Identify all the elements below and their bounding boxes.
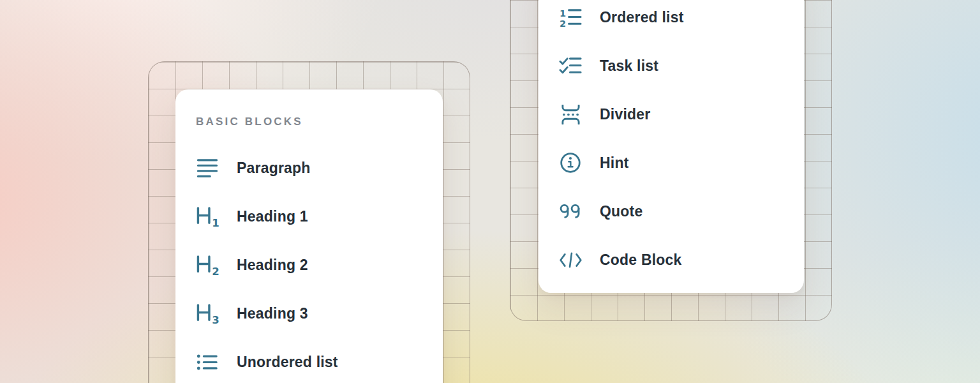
menu-item-label: Task list: [600, 57, 658, 75]
quote-icon: [558, 199, 583, 224]
menu-item-label: Heading 2: [237, 257, 308, 274]
menu-item-label: Heading 1: [237, 208, 308, 225]
menu-item-task-list[interactable]: Task list: [538, 41, 804, 90]
menu-item-label: Divider: [600, 106, 650, 123]
svg-text:3: 3: [212, 314, 219, 325]
menu-item-divider[interactable]: Divider: [538, 90, 804, 139]
divider-icon: [558, 101, 583, 127]
svg-text:2: 2: [560, 17, 566, 27]
menu-item-hint[interactable]: Hint: [538, 139, 804, 187]
menu-item-code-block[interactable]: Code Block: [538, 236, 804, 284]
menu-item-heading-3[interactable]: 3Heading 3: [175, 289, 443, 338]
heading-1-icon: 1: [195, 204, 220, 229]
svg-text:2: 2: [212, 266, 219, 276]
menu-item-label: Heading 3: [237, 305, 308, 322]
svg-text:1: 1: [560, 8, 566, 19]
svg-text:1: 1: [212, 217, 219, 228]
heading-3-icon: 3: [195, 301, 220, 326]
basic-blocks-menu: BASIC BLOCKS Paragraph1Heading 12Heading…: [175, 89, 443, 383]
heading-2-icon: 2: [195, 252, 220, 278]
menu-item-ordered-list[interactable]: 12Ordered list: [538, 0, 804, 41]
ordered-list-icon: 12: [558, 4, 583, 30]
menu-item-paragraph[interactable]: Paragraph: [175, 144, 443, 192]
menu-item-label: Code Block: [600, 252, 682, 269]
paragraph-icon: [195, 155, 220, 181]
blocks-item-list: 12Ordered listTask listDividerHintQuoteC…: [538, 0, 804, 284]
menu-item-label: Ordered list: [600, 9, 684, 26]
unordered-list-icon: [195, 349, 220, 375]
basic-blocks-item-list: Paragraph1Heading 12Heading 23Heading 3U…: [175, 144, 443, 383]
menu-item-heading-1[interactable]: 1Heading 1: [175, 192, 443, 241]
task-list-icon: [558, 53, 583, 79]
menu-item-label: Unordered list: [237, 354, 338, 371]
section-label-basic-blocks: BASIC BLOCKS: [196, 116, 443, 127]
hint-icon: [558, 150, 583, 176]
blocks-menu-continued: 12Ordered listTask listDividerHintQuoteC…: [538, 0, 804, 293]
menu-item-label: Paragraph: [237, 160, 311, 177]
code-block-icon: [558, 247, 583, 273]
menu-item-label: Quote: [600, 203, 642, 220]
menu-item-unordered-list[interactable]: Unordered list: [175, 338, 443, 383]
menu-item-heading-2[interactable]: 2Heading 2: [175, 241, 443, 289]
menu-item-quote[interactable]: Quote: [538, 187, 804, 236]
menu-item-label: Hint: [600, 154, 629, 172]
